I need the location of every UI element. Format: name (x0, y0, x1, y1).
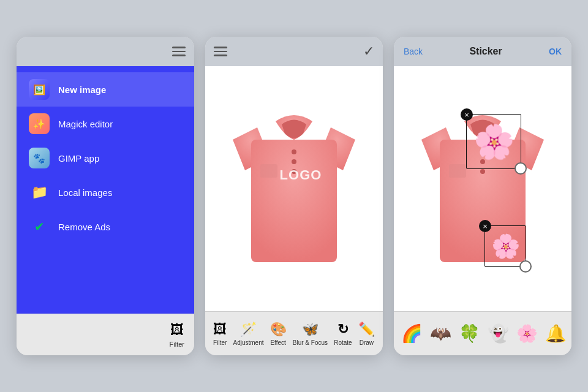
adjustment-label: Adjustment (233, 339, 263, 346)
tool-rotate[interactable]: ↻ Rotate (334, 322, 352, 346)
sticker-bat[interactable]: 🦇 (430, 323, 451, 344)
menu-item-gimp-label: GIMP app (58, 153, 99, 164)
editor-top-bar: ✓ (205, 37, 383, 66)
adjustment-icon: 🪄 (240, 322, 257, 337)
phone-menu: 🖼️ New image ✨ Magick editor 🐾 GIMP app … (17, 37, 194, 355)
folder-icon: 📁 (29, 182, 50, 203)
tool-effect[interactable]: 🎨 Effect (270, 322, 287, 346)
menu-content: 🖼️ New image ✨ Magick editor 🐾 GIMP app … (17, 66, 194, 314)
sticker-top-bar: Back Sticker OK (394, 37, 571, 66)
blur-label: Blur & Focus (293, 339, 328, 346)
svg-point-2 (292, 159, 296, 164)
hamburger-icon[interactable] (172, 47, 186, 56)
sticker-bell[interactable]: 🔔 (545, 323, 567, 344)
new-image-icon: 🖼️ (29, 79, 50, 100)
magick-editor-icon: ✨ (29, 113, 50, 134)
svg-point-8 (480, 169, 485, 174)
filter-button[interactable]: 🖼 Filter (170, 322, 184, 348)
sticker-tray: 🌈 🦇 🍀 👻 🌸 🔔 (394, 311, 571, 355)
editor-hamburger-icon[interactable] (214, 47, 227, 56)
sticker-close-1[interactable]: × (461, 108, 473, 121)
sticker-rainbow[interactable]: 🌈 (401, 323, 423, 344)
menu-item-local-label: Local images (58, 187, 112, 198)
menu-item-remove-ads[interactable]: ✔ Remove Ads (17, 209, 194, 244)
tool-adjustment[interactable]: 🪄 Adjustment (233, 322, 263, 346)
filter-icon: 🖼 (170, 322, 184, 338)
phone-sticker: Back Sticker OK (394, 37, 571, 355)
sticker-holly[interactable]: 🍀 (459, 323, 480, 344)
menu-item-new-image-label: New image (58, 85, 106, 95)
sticker-ghost[interactable]: 👻 (488, 323, 509, 344)
menu-top-bar (17, 37, 194, 66)
effect-icon: 🎨 (270, 322, 287, 337)
menu-item-magick-editor[interactable]: ✨ Magick editor (17, 107, 194, 141)
ok-button[interactable]: OK (549, 47, 562, 56)
check-icon: ✔ (29, 216, 50, 237)
phone-editor: ✓ (205, 37, 383, 355)
svg-point-1 (292, 149, 296, 154)
menu-item-local-images[interactable]: 📁 Local images (17, 175, 194, 209)
filter-label: Filter (170, 341, 184, 348)
svg-rect-4 (260, 164, 277, 178)
shirt-svg (227, 103, 361, 274)
blur-icon: 🦋 (302, 322, 318, 337)
menu-item-gimp[interactable]: 🐾 GIMP app (17, 141, 194, 175)
sticker-box-2[interactable]: × 🌸 (484, 225, 526, 267)
logo-text: LOGO (280, 167, 322, 183)
sticker-canvas: × 🌸 × 🌸 (394, 66, 571, 311)
sticker-cherry[interactable]: 🌸 (516, 323, 538, 344)
sticker-resize-1[interactable] (514, 162, 527, 175)
sticker-close-2[interactable]: × (479, 220, 491, 232)
sticker-flower-2: 🌸 (485, 226, 526, 266)
tool-blur[interactable]: 🦋 Blur & Focus (293, 322, 328, 346)
rotate-icon: ↻ (337, 322, 349, 337)
menu-item-magick-label: Magick editor (58, 119, 113, 129)
menu-item-new-image[interactable]: 🖼️ New image (17, 72, 194, 107)
svg-rect-0 (251, 140, 337, 262)
tool-draw[interactable]: ✏️ Draw (358, 322, 375, 346)
filter-tool-icon: 🖼 (213, 322, 227, 337)
sticker-flower-1: 🌸 (467, 115, 521, 168)
draw-icon: ✏️ (358, 322, 375, 337)
effect-label: Effect (270, 339, 285, 346)
sticker-resize-2[interactable] (519, 260, 532, 273)
draw-label: Draw (360, 339, 374, 346)
gimp-icon: 🐾 (29, 148, 50, 168)
checkmark-icon[interactable]: ✓ (363, 43, 374, 59)
tool-filter[interactable]: 🖼 Filter (213, 322, 227, 346)
sticker-shirt-container (394, 66, 571, 311)
back-button[interactable]: Back (404, 47, 423, 56)
rotate-label: Rotate (334, 339, 352, 346)
editor-toolbar: 🖼 Filter 🪄 Adjustment 🎨 Effect 🦋 Blur & … (205, 311, 383, 355)
editor-canvas: LOGO (205, 66, 383, 311)
svg-rect-9 (449, 164, 466, 178)
menu-item-remove-ads-label: Remove Ads (58, 222, 110, 232)
filter-tool-label: Filter (213, 339, 227, 346)
sticker-title: Sticker (469, 46, 502, 57)
screens-container: 🖼️ New image ✨ Magick editor 🐾 GIMP app … (17, 37, 571, 355)
menu-bottom-bar: 🖼 Filter (17, 314, 194, 355)
sticker-box-1[interactable]: × 🌸 (466, 114, 521, 169)
shirt-display: LOGO (227, 103, 361, 274)
